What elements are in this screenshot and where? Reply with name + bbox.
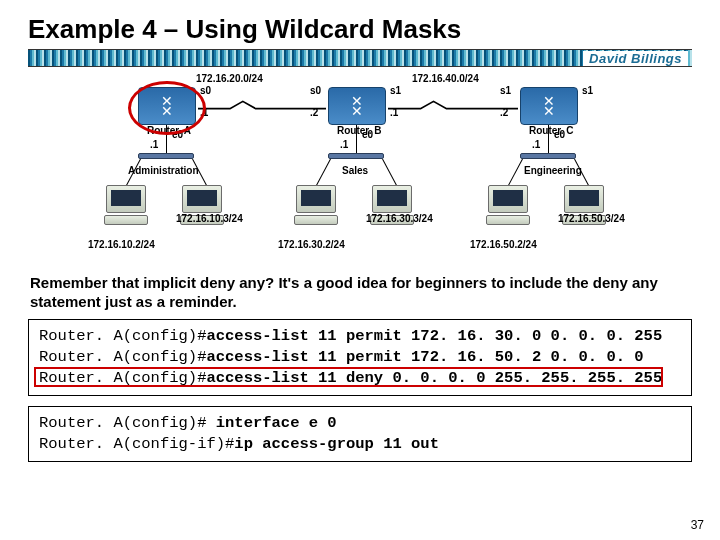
code-line: Router. A(config)#access-list 11 permit … xyxy=(39,347,681,368)
if-label: e0 xyxy=(554,129,565,140)
segment-label: Engineering xyxy=(524,165,582,176)
cli-command: access-list 11 permit 172. 16. 30. 0 0. … xyxy=(206,327,662,345)
if-label: s1 xyxy=(582,85,593,96)
cli-prompt: Router. A(config-if)# xyxy=(39,435,234,453)
host-pc xyxy=(368,185,416,231)
link xyxy=(315,159,331,188)
link xyxy=(382,159,398,188)
cli-prompt: Router. A(config)# xyxy=(39,348,206,366)
cli-command: ip access-group 11 out xyxy=(234,435,439,453)
if-ip: .1 xyxy=(390,107,398,118)
host-ip: 172.16.30.2/24 xyxy=(278,239,345,250)
segment-label: Administration xyxy=(128,165,199,176)
router-b-label: Router. B xyxy=(336,125,382,136)
serial-link-ab xyxy=(198,99,326,111)
if-label: s0 xyxy=(310,85,321,96)
code-line: Router. A(config-if)#ip access-group 11 … xyxy=(39,434,681,455)
cli-prompt: Router. A(config)# xyxy=(39,327,206,345)
host-ip: 172.16.30.3/24 xyxy=(366,213,433,224)
page-title: Example 4 – Using Wildcard Masks xyxy=(28,14,692,45)
host-ip: 172.16.50.2/24 xyxy=(470,239,537,250)
subnet-label: 172.16.40.0/24 xyxy=(412,73,479,84)
host-ip: 172.16.50.3/24 xyxy=(558,213,625,224)
code-line: Router. A(config)#access-list 11 permit … xyxy=(39,326,681,347)
cli-command: access-list 11 permit 172. 16. 50. 2 0. … xyxy=(206,348,643,366)
if-label: s0 xyxy=(200,85,211,96)
host-pc xyxy=(484,185,532,231)
serial-link-bc xyxy=(388,99,518,111)
subnet-label: 172.16.20.0/24 xyxy=(196,73,263,84)
acl-config-box: Router. A(config)#access-list 11 permit … xyxy=(28,319,692,396)
if-ip: .1 xyxy=(340,139,348,150)
host-pc xyxy=(560,185,608,231)
remember-text: Remember that implicit deny any? It's a … xyxy=(30,273,690,311)
if-ip: .1 xyxy=(150,139,158,150)
host-pc xyxy=(292,185,340,231)
network-diagram: 172.16.20.0/24 172.16.40.0/24 ✕✕ Router.… xyxy=(80,73,640,261)
host-ip: 172.16.10.3/24 xyxy=(176,213,243,224)
page-number: 37 xyxy=(691,518,704,532)
if-ip: .2 xyxy=(500,107,508,118)
interface-config-box: Router. A(config)# interface e 0 Router.… xyxy=(28,406,692,462)
author-banner: David Billings xyxy=(28,49,692,67)
highlight-circle xyxy=(128,81,206,135)
segment-label: Sales xyxy=(342,165,368,176)
hub xyxy=(138,153,194,159)
router-b: ✕✕ xyxy=(328,87,386,125)
host-pc xyxy=(178,185,226,231)
code-line: Router. A(config)# interface e 0 xyxy=(39,413,681,434)
cli-prompt: Router. A(config)# xyxy=(39,414,216,432)
router-c-label: Router. C xyxy=(528,125,574,136)
host-ip: 172.16.10.2/24 xyxy=(88,239,155,250)
if-label: s1 xyxy=(500,85,511,96)
link xyxy=(548,125,549,153)
author-name: David Billings xyxy=(583,51,688,66)
router-c: ✕✕ xyxy=(520,87,578,125)
highlight-box xyxy=(34,367,663,387)
if-label: e0 xyxy=(362,129,373,140)
if-label: s1 xyxy=(390,85,401,96)
hub xyxy=(520,153,576,159)
link xyxy=(507,159,523,188)
if-ip: .1 xyxy=(532,139,540,150)
if-ip: .2 xyxy=(310,107,318,118)
host-pc xyxy=(102,185,150,231)
slide: Example 4 – Using Wildcard Masks David B… xyxy=(0,0,720,540)
hub xyxy=(328,153,384,159)
link xyxy=(356,125,357,153)
cli-command: interface e 0 xyxy=(216,414,337,432)
